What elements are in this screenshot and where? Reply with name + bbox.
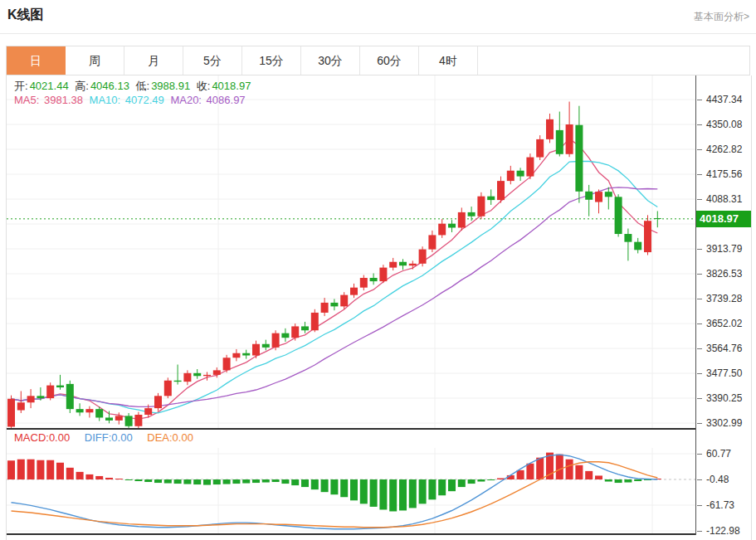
macd-readout: MACD:0.00 DIFF:0.00 DEA:0.00 — [14, 431, 205, 444]
price-axis-label: 3913.79 — [706, 242, 742, 255]
macd-axis-label: -122.98 — [706, 524, 740, 538]
ma20-label: MA20: — [170, 94, 204, 106]
macd-axis-label: -0.48 — [706, 473, 729, 486]
price-axis-label: 4175.56 — [706, 168, 742, 181]
tab-day[interactable]: 日 — [7, 46, 66, 75]
ma5-label: MA5: — [14, 94, 42, 106]
ma5-value: 3981.38 — [44, 94, 83, 106]
low-value: 3988.91 — [151, 80, 190, 92]
close-value: 4018.97 — [212, 80, 251, 92]
price-axis-label: 3826.53 — [706, 267, 742, 280]
main-chart-canvas[interactable] — [7, 75, 695, 429]
dea-value: 0.00 — [173, 431, 193, 444]
diff-value: 0.00 — [111, 431, 132, 444]
interval-tab-bar: 日周月5分15分30分60分4时 — [6, 46, 750, 75]
macd-chart-canvas[interactable] — [7, 448, 695, 535]
tab-30min[interactable]: 30分 — [301, 46, 360, 75]
ohlc-readout: 开:4021.44 高:4046.13 低:3988.91 收:4018.97 — [14, 79, 254, 94]
price-axis-label: 4262.82 — [706, 143, 742, 156]
macd-pane-bottom-border — [7, 533, 696, 535]
fundamental-analysis-link[interactable]: 基本面分析> — [694, 10, 749, 24]
price-axis-label: 4088.31 — [706, 192, 742, 206]
header-divider — [0, 33, 756, 34]
macd-axis-label: -61.73 — [706, 499, 734, 512]
close-label: 收: — [197, 80, 211, 92]
ma-readout: MA5: 3981.38 MA10: 4072.49 MA20: 4086.97 — [14, 94, 249, 106]
macd-label: MACD: — [14, 431, 49, 444]
price-axis-label: 4350.08 — [706, 118, 742, 131]
ma20-value: 4086.97 — [207, 94, 246, 106]
ma10-value: 4072.49 — [125, 94, 164, 106]
macd-value: 0.00 — [49, 431, 70, 444]
price-axis-label: 3390.25 — [706, 392, 742, 405]
price-axis-label: 3652.02 — [706, 317, 742, 330]
tab-month[interactable]: 月 — [124, 46, 183, 75]
y-axis-line — [695, 75, 696, 535]
high-value: 4046.13 — [90, 80, 129, 92]
ma10-label: MA10: — [90, 94, 124, 106]
price-axis-label: 3302.99 — [706, 416, 742, 430]
price-axis-label: 3739.28 — [706, 292, 742, 305]
open-value: 4021.44 — [30, 80, 69, 92]
tab-5min[interactable]: 5分 — [183, 46, 242, 75]
tab-15min[interactable]: 15分 — [242, 46, 301, 75]
macd-axis-label: 60.77 — [706, 447, 731, 460]
high-label: 高: — [75, 80, 89, 92]
page-title: K线图 — [7, 7, 44, 24]
open-label: 开: — [14, 80, 28, 92]
dea-label: DEA: — [147, 431, 172, 444]
price-axis-label: 4437.34 — [706, 93, 742, 106]
kline-page: { "header": { "title": "K线图", "link": "基… — [0, 0, 756, 540]
price-axis-label: 3564.76 — [706, 342, 742, 355]
price-axis-label: 3477.50 — [706, 367, 742, 380]
tab-week[interactable]: 周 — [66, 46, 124, 75]
tab-60min[interactable]: 60分 — [360, 46, 419, 75]
diff-label: DIFF: — [85, 431, 112, 444]
low-label: 低: — [136, 80, 150, 92]
tab-4hour[interactable]: 4时 — [419, 46, 478, 75]
current-price-tag: 4018.97 — [696, 211, 751, 227]
chart-panel: 开:4021.44 高:4046.13 低:3988.91 收:4018.97 … — [6, 75, 752, 540]
main-pane-bottom-border — [7, 428, 696, 430]
